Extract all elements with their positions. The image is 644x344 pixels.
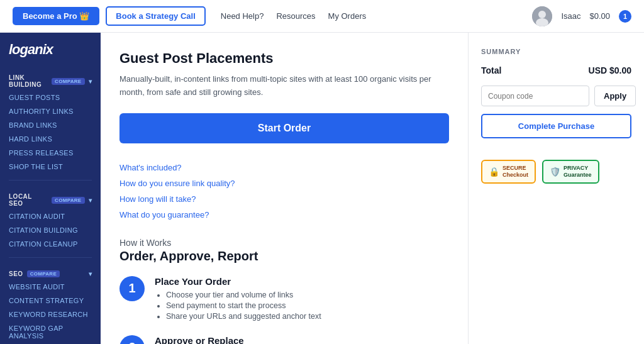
step-1-bullet-2: Send payment to start the process: [166, 301, 321, 310]
chevron-down-icon: ▾: [89, 78, 92, 85]
summary-total-label: Total: [481, 65, 501, 75]
cart-amount: $0.00: [589, 11, 610, 21]
step-1-bullet-1: Choose your tier and volume of links: [166, 291, 321, 299]
how-it-works-label: How it Works: [119, 238, 449, 248]
summary-total-value: USD $0.00: [589, 65, 631, 75]
shield-icon: 🛡️: [550, 167, 560, 177]
faq-section: What's included? How do you ensure link …: [119, 160, 449, 223]
coupon-row: Apply: [481, 86, 631, 106]
sidebar-item-hard-links[interactable]: HARD LINKS: [0, 132, 101, 146]
sidebar-divider-1: [9, 180, 92, 180]
sidebar-item-citation-cleanup[interactable]: CITATION CLEANUP: [0, 237, 101, 251]
top-nav: Become a Pro 👑 Book a Strategy Call Need…: [0, 0, 644, 33]
faq-item-3[interactable]: How long will it take?: [119, 191, 449, 207]
sidebar-section-link-building[interactable]: LINK BUILDING COMPARE ▾: [0, 68, 101, 91]
nav-right: Isaac $0.00 1: [532, 6, 631, 26]
step-1-bullet-3: Share your URLs and suggested anchor tex…: [166, 312, 321, 321]
compare-badge-seo: COMPARE: [27, 270, 60, 277]
sidebar-item-keyword-gap[interactable]: KEYWORD GAP ANALYSIS: [0, 321, 101, 343]
sidebar: loganix LINK BUILDING COMPARE ▾ GUEST PO…: [0, 33, 101, 344]
step-number-1: 1: [119, 276, 145, 301]
step-1: 1 Place Your Order Choose your tier and …: [119, 276, 449, 323]
step-2-title: Approve or Replace: [155, 335, 244, 344]
nav-links: Need Help? Resources My Orders: [221, 11, 366, 21]
svg-point-1: [538, 11, 546, 18]
sidebar-item-authority-links[interactable]: AUTHORITY LINKS: [0, 104, 101, 118]
strategy-call-button[interactable]: Book a Strategy Call: [106, 6, 205, 26]
sidebar-section-seo[interactable]: SEO COMPARE ▾: [0, 264, 101, 280]
step-number-2: 2: [119, 335, 145, 344]
nav-my-orders[interactable]: My Orders: [328, 11, 367, 21]
summary-total-row: Total USD $0.00: [481, 65, 631, 75]
avatar[interactable]: [532, 6, 552, 26]
compare-badge-local: COMPARE: [52, 197, 84, 204]
logo: loganix: [0, 42, 101, 68]
secure-line2: Checkout: [502, 172, 528, 179]
body-layout: loganix LINK BUILDING COMPARE ▾ GUEST PO…: [0, 33, 644, 344]
secure-checkout-badge: 🔒 SECURE Checkout: [481, 160, 536, 184]
coupon-input[interactable]: [481, 86, 589, 106]
step-2: 2 Approve or Replace: [119, 335, 449, 344]
nav-need-help[interactable]: Need Help?: [221, 11, 264, 21]
lock-icon: 🔒: [489, 167, 499, 177]
link-building-label: LINK BUILDING: [9, 74, 48, 88]
start-order-button[interactable]: Start Order: [119, 113, 449, 143]
sidebar-item-content-strategy[interactable]: CONTENT STRATEGY: [0, 294, 101, 308]
step-1-title: Place Your Order: [155, 276, 321, 287]
faq-item-2[interactable]: How do you ensure link quality?: [119, 175, 449, 191]
how-it-works-subtitle: Order, Approve, Report: [119, 249, 449, 264]
summary-title: SUMMARY: [481, 48, 631, 55]
complete-purchase-button[interactable]: Complete Purchase: [481, 114, 631, 138]
main-content: Guest Post Placements Manually-built, in…: [101, 33, 468, 344]
sidebar-item-brand-links[interactable]: BRAND LINKS: [0, 118, 101, 132]
sidebar-item-guest-posts[interactable]: GUEST POSTS: [0, 91, 101, 104]
secure-badge-text: SECURE Checkout: [502, 165, 528, 179]
privacy-line1: PRIVACY: [564, 165, 592, 172]
sidebar-item-keyword-research[interactable]: KEYWORD RESEARCH: [0, 308, 101, 321]
sidebar-divider-2: [9, 257, 92, 258]
trust-badges: 🔒 SECURE Checkout 🛡️ PRIVACY Guarantee: [481, 160, 631, 184]
faq-item-4[interactable]: What do you guarantee?: [119, 207, 449, 223]
sidebar-item-press-releases[interactable]: PRESS RELEASES: [0, 146, 101, 160]
sidebar-item-shop-the-list[interactable]: SHOP THE LIST: [0, 160, 101, 174]
how-it-works-section: How it Works Order, Approve, Report 1 Pl…: [119, 238, 449, 344]
become-pro-button[interactable]: Become a Pro 👑: [13, 7, 99, 25]
page-description: Manually-built, in-content links from mu…: [119, 73, 449, 99]
compare-badge-link: COMPARE: [52, 78, 84, 85]
privacy-guarantee-badge: 🛡️ PRIVACY Guarantee: [542, 160, 599, 184]
privacy-badge-text: PRIVACY Guarantee: [564, 165, 592, 179]
apply-button[interactable]: Apply: [594, 86, 636, 106]
sidebar-item-website-audit[interactable]: WEBSITE AUDIT: [0, 280, 101, 294]
step-1-content: Place Your Order Choose your tier and vo…: [155, 276, 321, 323]
privacy-line2: Guarantee: [564, 172, 592, 179]
local-seo-label: LOCAL SEO: [9, 193, 48, 207]
chevron-down-icon-local: ▾: [89, 197, 92, 204]
faq-item-1[interactable]: What's included?: [119, 160, 449, 175]
cart-icon[interactable]: 1: [619, 10, 631, 23]
step-2-content: Approve or Replace: [155, 335, 244, 344]
nav-resources[interactable]: Resources: [276, 11, 315, 21]
sidebar-item-citation-audit[interactable]: CITATION AUDIT: [0, 209, 101, 223]
sidebar-section-local-seo[interactable]: LOCAL SEO COMPARE ▾: [0, 187, 101, 209]
user-name: Isaac: [561, 11, 580, 21]
chevron-down-icon-seo: ▾: [89, 270, 92, 277]
summary-panel: SUMMARY Total USD $0.00 Apply Complete P…: [468, 33, 644, 344]
secure-line1: SECURE: [502, 165, 528, 172]
seo-label: SEO: [9, 270, 23, 277]
page-title: Guest Post Placements: [119, 50, 449, 67]
sidebar-item-citation-building[interactable]: CITATION BUILDING: [0, 223, 101, 237]
